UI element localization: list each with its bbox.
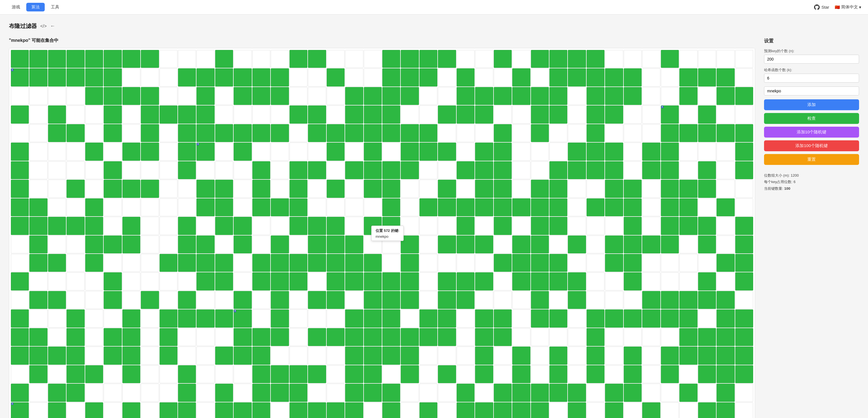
grid-cell (308, 254, 326, 272)
grid-cell (178, 105, 196, 123)
grid-cell (160, 309, 178, 327)
grid-cell (679, 124, 697, 142)
grid-cell (661, 217, 679, 235)
grid-cell (308, 143, 326, 161)
grid-cell (642, 180, 660, 198)
grid-cell (716, 68, 735, 86)
grid-cell (642, 124, 660, 142)
grid-cell (48, 161, 66, 179)
nav-links: 游戏 算法 工具 (7, 3, 64, 11)
check-button[interactable]: 检查 (764, 113, 859, 124)
grid-cell (178, 236, 196, 253)
nav-algo[interactable]: 算法 (26, 3, 45, 11)
grid-cell (252, 236, 270, 253)
grid-cell (661, 236, 679, 253)
code-icon[interactable]: </> (40, 24, 47, 29)
grid-cell (66, 50, 84, 68)
grid-cell (11, 347, 29, 364)
grid-cell (735, 291, 753, 309)
grid-cell (141, 236, 159, 253)
grid-cell (104, 384, 122, 402)
grid-cell (661, 254, 679, 272)
grid-cell (494, 254, 512, 272)
grid-cell (11, 328, 29, 346)
grid-cell (66, 217, 84, 235)
grid-cell (475, 217, 493, 235)
grid-cell (364, 309, 382, 327)
grid-cell (345, 384, 363, 402)
grid-cell (401, 347, 418, 364)
grid-cell (364, 347, 382, 364)
star-button[interactable]: Star (814, 4, 829, 10)
grid-cell (196, 50, 214, 68)
grid-cell (66, 365, 84, 383)
grid-cell (345, 347, 363, 364)
grid-cell (289, 143, 307, 161)
grid-cell (568, 365, 586, 383)
grid-cell (178, 291, 196, 309)
grid-cell (178, 198, 196, 216)
grid-cell (735, 68, 753, 86)
grid-cell (568, 87, 586, 105)
grid-cell (345, 198, 363, 216)
grid-cell (382, 236, 400, 253)
grid-cell (457, 217, 474, 235)
grid-cell (48, 309, 66, 327)
grid-cell (345, 272, 363, 290)
add-button[interactable]: 添加 (764, 99, 859, 110)
grid-cell (364, 291, 382, 309)
grid-cell (475, 309, 493, 327)
grid-cell (234, 180, 251, 198)
grid-cell (587, 124, 604, 142)
grid-cell (104, 161, 122, 179)
grid-cell (438, 347, 456, 364)
grid-cell (122, 309, 140, 327)
grid-cell (160, 143, 178, 161)
grid-cell (420, 50, 437, 68)
key-input[interactable] (764, 86, 859, 96)
grid-cell (605, 105, 623, 123)
n-input[interactable] (764, 55, 859, 64)
grid-cell (364, 236, 382, 253)
lang-selector[interactable]: 🇨🇳 简体中文 ▾ (835, 4, 861, 10)
grid-cell (234, 347, 251, 364)
grid-cell (568, 161, 586, 179)
grid-cell (122, 328, 140, 346)
grid-cell (716, 347, 735, 364)
grid-cell (160, 365, 178, 383)
nav-right: Star 🇨🇳 简体中文 ▾ (814, 4, 861, 10)
grid-cell (568, 236, 586, 253)
grid-cell (11, 105, 29, 123)
k-input[interactable] (764, 74, 859, 82)
grid-cell (85, 403, 103, 418)
nav-game[interactable]: 游戏 (7, 3, 25, 11)
grid-cell (642, 365, 660, 383)
grid-cell (587, 105, 604, 123)
grid-cell (679, 254, 697, 272)
grid-cell (531, 105, 549, 123)
grid-cell (29, 217, 47, 235)
grid-cell (642, 68, 660, 86)
add10-button[interactable]: 添加10个随机键 (764, 127, 859, 138)
grid-cell (327, 403, 345, 418)
grid-cell (271, 254, 289, 272)
grid-cell (141, 217, 159, 235)
grid-cell (642, 236, 660, 253)
back-button[interactable]: ← (50, 23, 55, 29)
grid-cell (364, 384, 382, 402)
grid-cell (122, 217, 140, 235)
nav-tools[interactable]: 工具 (46, 3, 64, 11)
grid-cell (457, 291, 474, 309)
k-label: 哈希函数个数 (k): (764, 68, 859, 73)
grid-cell (698, 403, 716, 418)
grid-cell (716, 365, 735, 383)
grid-cell (29, 198, 47, 216)
grid-cell (289, 198, 307, 216)
bloom-grid-container: 14362 位置 572 的键: mnekpo (9, 48, 755, 418)
grid-cell (531, 161, 549, 179)
grid-cell (327, 291, 345, 309)
reset-button[interactable]: 重置 (764, 154, 859, 165)
grid-cell (512, 328, 530, 346)
grid-cell (196, 217, 214, 235)
add100-button[interactable]: 添加100个随机键 (764, 140, 859, 151)
